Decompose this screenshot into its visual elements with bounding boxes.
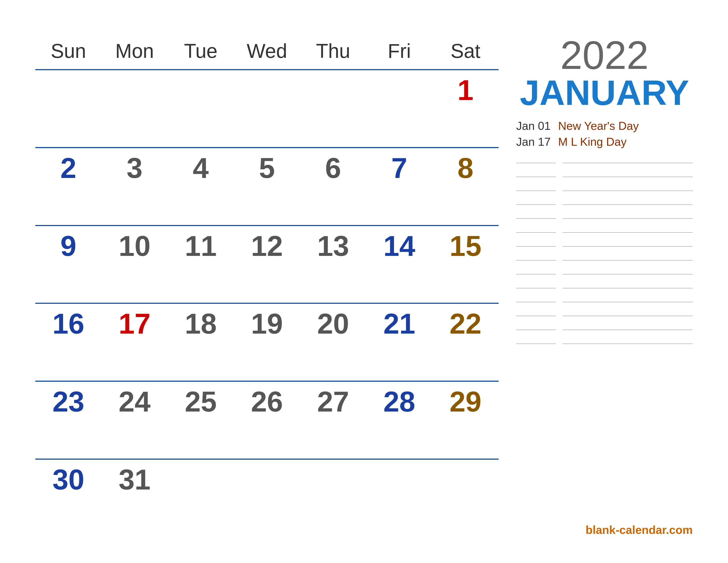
note-row (516, 332, 693, 344)
day-cell (101, 73, 168, 144)
holiday-name: M L King Day (558, 135, 627, 148)
week-row-4: 23242526272829 (35, 381, 499, 459)
day-number: 22 (450, 309, 482, 338)
holiday-name: New Year's Day (558, 119, 639, 132)
day-number (197, 76, 205, 104)
day-number: 6 (325, 154, 341, 182)
day-number: 29 (450, 387, 482, 416)
calendar-page: SunMonTueWedThuFriSat 123456789101112131… (0, 0, 728, 563)
week-row-5: 3031 (35, 459, 499, 537)
note-right-col (563, 207, 693, 219)
day-number: 31 (119, 465, 151, 494)
day-number: 5 (259, 154, 275, 182)
note-row (516, 276, 693, 289)
day-cell: 14 (366, 229, 432, 300)
day-cell: 10 (101, 229, 168, 300)
holiday-entry: Jan 01New Year's Day (516, 119, 693, 132)
note-left-col (516, 193, 556, 205)
note-row (516, 304, 693, 316)
day-cell: 18 (168, 307, 234, 377)
day-number: 1 (458, 76, 473, 104)
day-cell: 16 (35, 307, 101, 377)
note-left-col (516, 276, 556, 289)
note-right-col (563, 179, 693, 191)
note-left-col (516, 262, 556, 274)
info-section: 2022 JANUARY Jan 01New Year's DayJan 17M… (499, 40, 693, 537)
note-row (516, 207, 693, 219)
day-cell (168, 73, 234, 144)
day-header-mon: Mon (101, 40, 168, 65)
day-number (395, 465, 403, 494)
note-row (516, 151, 693, 163)
note-row (516, 262, 693, 274)
note-right-col (563, 318, 693, 330)
note-right-col (563, 276, 693, 289)
note-row (516, 179, 693, 191)
holiday-date: Jan 17 (516, 135, 552, 148)
note-left-col (516, 207, 556, 219)
day-number: 11 (185, 231, 217, 260)
day-cell (35, 73, 101, 144)
day-cell: 21 (366, 307, 432, 377)
day-number (462, 465, 469, 494)
note-left-col (516, 151, 556, 163)
day-number: 12 (251, 231, 283, 260)
day-number: 20 (317, 309, 349, 338)
note-right-col (563, 248, 693, 260)
day-header-sun: Sun (35, 40, 101, 65)
note-right-col (563, 290, 693, 302)
note-right-col (563, 304, 693, 316)
day-number: 2 (60, 154, 76, 182)
day-cell: 22 (432, 307, 499, 377)
day-cell: 29 (432, 385, 499, 455)
day-number: 26 (251, 387, 283, 416)
day-number: 16 (53, 309, 84, 338)
day-cell: 12 (234, 229, 300, 300)
footer: blank-calendar.com (516, 519, 693, 537)
day-cell: 2 (35, 151, 101, 222)
note-right-col (563, 165, 693, 177)
day-cell: 7 (366, 151, 432, 222)
note-right-col (563, 193, 693, 205)
note-row (516, 193, 693, 205)
day-cell: 8 (432, 151, 499, 222)
note-row (516, 248, 693, 260)
day-number (329, 76, 337, 104)
day-number: 21 (383, 309, 415, 338)
day-cell: 9 (35, 229, 101, 300)
day-number: 10 (119, 231, 151, 260)
day-cell: 19 (234, 307, 300, 377)
note-left-col (516, 165, 556, 177)
day-cell: 31 (101, 463, 168, 533)
day-header-wed: Wed (234, 40, 300, 65)
note-left-col (516, 290, 556, 302)
week-row-0: 1 (35, 69, 499, 147)
holiday-date: Jan 01 (516, 119, 552, 132)
day-cell (234, 73, 300, 144)
calendar-rows: 1234567891011121314151617181920212223242… (35, 69, 499, 537)
note-right-col (563, 332, 693, 344)
day-number: 3 (127, 154, 143, 182)
day-cell: 26 (234, 385, 300, 455)
notes-area: Jan 01New Year's DayJan 17M L King Day (516, 119, 693, 519)
day-cell (300, 463, 366, 533)
day-cell: 17 (101, 307, 168, 377)
week-row-2: 9101112131415 (35, 225, 499, 303)
day-cell: 23 (35, 385, 101, 455)
footer-url: blank-calendar.com (585, 524, 693, 536)
day-cell (432, 463, 499, 533)
day-cell: 27 (300, 385, 366, 455)
note-right-col (563, 220, 693, 233)
day-number: 9 (60, 231, 76, 260)
note-right-col (563, 151, 693, 163)
note-left-col (516, 248, 556, 260)
holiday-entry: Jan 17M L King Day (516, 135, 693, 148)
note-left-col (516, 179, 556, 191)
note-left-col (516, 234, 556, 246)
day-cell: 3 (101, 151, 168, 222)
day-cell: 4 (168, 151, 234, 222)
note-right-col (563, 234, 693, 246)
day-header-tue: Tue (168, 40, 234, 65)
day-number (263, 465, 271, 494)
day-header-sat: Sat (432, 40, 499, 65)
